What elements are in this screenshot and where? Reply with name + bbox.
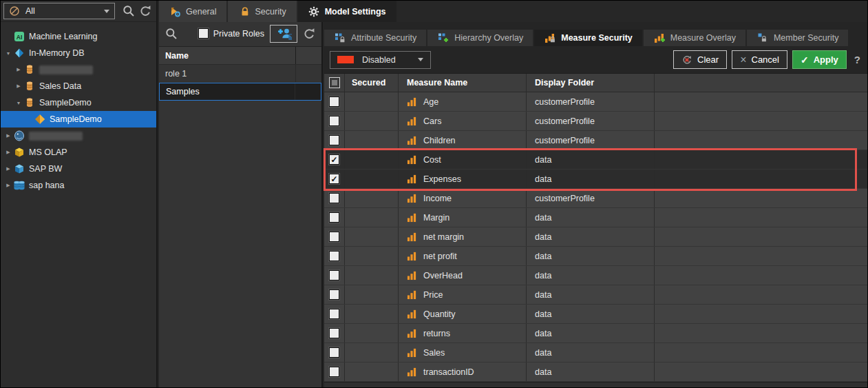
- help-button[interactable]: ?: [851, 54, 863, 65]
- chevron-expanded-icon[interactable]: ▼: [3, 51, 13, 56]
- tree-item-sampledemo[interactable]: ▼SampleDemo: [1, 94, 156, 111]
- select-all-checkbox[interactable]: [329, 77, 340, 88]
- empty-cell: [655, 266, 868, 285]
- tab-model-settings[interactable]: Model Settings: [298, 1, 398, 22]
- measure-name-cell: net margin: [399, 227, 527, 246]
- tab-security[interactable]: Security: [228, 1, 297, 22]
- tab-general[interactable]: General: [159, 1, 228, 22]
- measure-name: Cars: [423, 116, 441, 126]
- tab-measure-security[interactable]: Measure Security: [534, 30, 644, 46]
- chevron-collapsed-icon[interactable]: ▶: [3, 133, 13, 139]
- empty-cell: [655, 170, 868, 188]
- secured-checkbox[interactable]: [329, 135, 339, 145]
- secured-checkbox[interactable]: ✓: [329, 174, 339, 184]
- row-checkbox-cell: [324, 112, 345, 130]
- row-checkbox-cell: [324, 324, 345, 343]
- chevron-collapsed-icon[interactable]: ▶: [3, 183, 13, 188]
- security-mode-dropdown[interactable]: Disabled: [330, 51, 431, 69]
- tree-item-in-memory-db[interactable]: ▼In-Memory DB: [1, 45, 156, 61]
- sap-bw-cube-icon: [13, 163, 25, 175]
- svg-text:AI: AI: [16, 34, 22, 41]
- secured-cell: [345, 247, 399, 265]
- secured-checkbox[interactable]: [329, 270, 339, 280]
- tree-item-redacted[interactable]: ▶: [1, 127, 156, 144]
- measure-bars-icon: [407, 116, 417, 126]
- chevron-collapsed-icon[interactable]: ▶: [14, 83, 23, 89]
- empty-cell: [655, 324, 868, 343]
- tree-item-machine-learning[interactable]: AIMachine Learning: [1, 28, 156, 45]
- secured-checkbox[interactable]: [329, 367, 339, 377]
- secured-cell: [345, 363, 399, 381]
- measure-row-price: Pricedata: [324, 285, 868, 305]
- tree-item-sales-data[interactable]: ▶Sales Data: [1, 78, 156, 94]
- cancel-button-label: Cancel: [752, 54, 779, 65]
- tree-item-sap-hana[interactable]: ▶sap hana: [1, 177, 156, 194]
- secured-checkbox[interactable]: [329, 309, 339, 319]
- checkmark-icon: ✓: [801, 54, 809, 65]
- role-row-samples[interactable]: Samples: [159, 83, 321, 101]
- tree-item-ms-olap[interactable]: ▶MS OLAP: [1, 144, 156, 161]
- secured-checkbox[interactable]: [329, 96, 339, 107]
- refresh-icon[interactable]: [303, 28, 315, 40]
- cancel-button[interactable]: × Cancel: [732, 50, 787, 69]
- roles-list: Name role 1Samples: [159, 46, 321, 101]
- secured-checkbox[interactable]: [329, 116, 339, 126]
- inmemory-db-icon: [13, 48, 25, 59]
- secured-checkbox[interactable]: [329, 328, 339, 338]
- measure-name: Expenses: [423, 174, 461, 184]
- measure-bars-icon: [407, 174, 417, 184]
- tree-item-redacted[interactable]: ▶: [1, 61, 156, 78]
- datasource-filter-dropdown[interactable]: All: [3, 3, 115, 19]
- chevron-down-icon: [104, 10, 109, 13]
- empty-cell: [655, 247, 868, 265]
- secured-cell: [345, 208, 399, 227]
- clear-button[interactable]: Clear: [673, 50, 727, 69]
- ai-icon: AI: [13, 31, 25, 43]
- tab-member-security[interactable]: Member Security: [747, 30, 849, 46]
- role-row-role-1[interactable]: role 1: [159, 65, 321, 83]
- display-folder-cell: data: [527, 324, 655, 343]
- tree-item-sap-bw[interactable]: ▶SAP BW: [1, 161, 156, 177]
- measure-name: transactionID: [423, 367, 474, 377]
- tree-item-label: Machine Learning: [29, 32, 97, 41]
- chevron-collapsed-icon[interactable]: ▶: [3, 166, 13, 172]
- secured-cell: [345, 285, 399, 304]
- secured-cell: [345, 112, 399, 130]
- secured-checkbox[interactable]: [329, 251, 339, 261]
- security-tab-bar: Attribute SecurityHierarchy OverlayMeasu…: [324, 30, 868, 46]
- chevron-expanded-icon[interactable]: ▼: [14, 101, 23, 105]
- tab-measure-overlay[interactable]: Measure Overlay: [644, 30, 747, 46]
- chevron-collapsed-icon[interactable]: ▶: [3, 150, 13, 155]
- tree-item-label: SampleDemo: [39, 98, 92, 108]
- search-icon[interactable]: [165, 28, 178, 40]
- add-role-button[interactable]: [270, 25, 297, 43]
- refresh-icon[interactable]: [138, 4, 152, 18]
- empty-cell: [655, 343, 868, 362]
- measure-name-cell: net profit: [399, 247, 527, 265]
- secured-checkbox[interactable]: [329, 212, 339, 223]
- display-folder-cell: data: [527, 170, 655, 188]
- search-icon[interactable]: [122, 4, 136, 18]
- secured-checkbox[interactable]: ✓: [329, 154, 339, 165]
- chevron-collapsed-icon[interactable]: ▶: [14, 67, 23, 72]
- redacted-label: [39, 65, 93, 74]
- empty-cell: [655, 189, 868, 207]
- secured-checkbox[interactable]: [329, 347, 339, 358]
- tab-attribute-security[interactable]: Attribute Security: [324, 30, 427, 46]
- apply-button[interactable]: ✓ Apply: [792, 50, 847, 69]
- measure-name-cell: OverHead: [399, 266, 527, 285]
- measure-bars-icon: [407, 270, 417, 280]
- tree-item-sampledemo[interactable]: SampleDemo: [1, 111, 156, 127]
- tab-label: Attribute Security: [351, 33, 416, 43]
- empty-cell: [655, 150, 868, 169]
- measure-bars-icon: [407, 347, 417, 358]
- mode-color-swatch: [337, 56, 354, 63]
- secured-checkbox[interactable]: [329, 289, 339, 300]
- secured-checkbox[interactable]: [329, 193, 339, 203]
- measure-bars-icon: [407, 328, 417, 338]
- model-diamond-icon: [34, 114, 45, 125]
- secured-checkbox[interactable]: [329, 232, 339, 242]
- display-folder-cell: customerProfile: [527, 92, 655, 111]
- tab-hierarchy-overlay[interactable]: Hierarchy Overlay: [427, 30, 534, 46]
- private-roles-checkbox[interactable]: [198, 28, 209, 39]
